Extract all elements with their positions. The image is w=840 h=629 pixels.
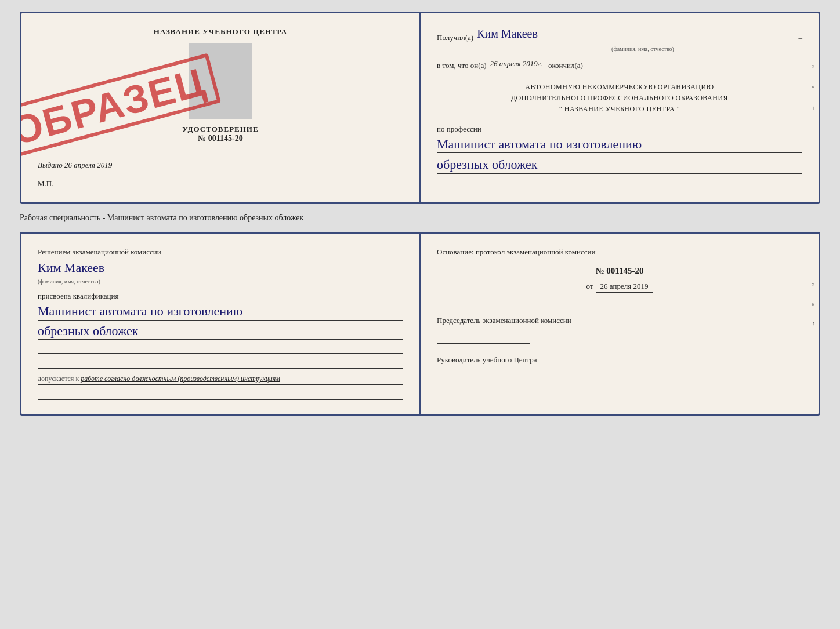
- bottom-name-handwritten: Ким Макеев: [38, 260, 403, 275]
- resheniem-label: Решением экзаменационной комиссии: [38, 248, 403, 257]
- bottom-fio-sub: (фамилия, имя, отчество): [38, 277, 403, 285]
- bdec-mark-1: –: [808, 239, 816, 251]
- bdec-mark-3: и: [808, 279, 816, 290]
- fio-subtitle: (фамилия, имя, отчество): [483, 46, 802, 52]
- dopuskaetsya-text: работе согласно должностным (производств…: [81, 375, 280, 383]
- specialty-label: Рабочая специальность - Машинист автомат…: [20, 213, 820, 223]
- qualification-line1: Машинист автомата по изготовлению: [38, 303, 403, 321]
- dec-mark-8: –: [808, 164, 816, 176]
- org-line2: ДОПОЛНИТЕЛЬНОГО ПРОФЕССИОНАЛЬНОГО ОБРАЗО…: [437, 93, 802, 104]
- bdec-mark-8: –: [808, 377, 816, 388]
- protocol-number: № 001145-20: [437, 266, 802, 276]
- dopuskaetsya-prefix: допускается к: [38, 375, 79, 383]
- org-block: АВТОНОМНУЮ НЕКОММЕРЧЕСКУЮ ОРГАНИЗАЦИЮ ДО…: [437, 82, 802, 115]
- po-professii-label: по профессии: [437, 125, 802, 134]
- vydano-date: 26 апреля 2019: [64, 161, 112, 169]
- bottom-underline-blank: [38, 388, 403, 400]
- bottom-document-card: Решением экзаменационной комиссии Ким Ма…: [20, 232, 820, 416]
- ot-date-wrapper: от 26 апреля 2019: [437, 281, 802, 304]
- bdec-mark-9: –: [808, 397, 816, 408]
- dec-mark-9: –: [808, 185, 816, 197]
- right-edge-decorations: – – и а ← – – – –: [808, 19, 816, 197]
- top-right-panel: Получил(а) Ким Макеев – (фамилия, имя, о…: [421, 13, 819, 202]
- predsedatel-label: Председатель экзаменационной комиссии: [437, 316, 802, 325]
- bottom-right-panel: Основание: протокол экзаменационной коми…: [421, 234, 819, 414]
- bdec-mark-5: ←: [808, 318, 816, 330]
- org-line1: АВТОНОМНУЮ НЕКОММЕРЧЕСКУЮ ОРГАНИЗАЦИЮ: [437, 82, 802, 93]
- predsedatel-block: Председатель экзаменационной комиссии: [437, 316, 802, 344]
- udostoverenie-block: УДОСТОВЕРЕНИЕ № 001145-20: [38, 125, 403, 143]
- bdec-mark-4: а: [808, 299, 816, 310]
- top-left-panel: НАЗВАНИЕ УЧЕБНОГО ЦЕНТРА УДОСТОВЕРЕНИЕ №…: [21, 13, 421, 202]
- bdec-mark-7: –: [808, 357, 816, 369]
- vydano-line: Выдано 26 апреля 2019: [38, 161, 403, 170]
- bottom-left-panel: Решением экзаменационной комиссии Ким Ма…: [21, 234, 421, 414]
- dec-mark-4: а: [808, 81, 816, 93]
- dec-mark-7: –: [808, 144, 816, 155]
- dopuskaetsya-line: допускается к работе согласно должностны…: [38, 375, 403, 385]
- top-document-card: НАЗВАНИЕ УЧЕБНОГО ЦЕНТРА УДОСТОВЕРЕНИЕ №…: [20, 12, 820, 204]
- predsedatel-signature-line: [437, 330, 530, 344]
- poluchil-label: Получил(а): [437, 33, 473, 42]
- dec-mark-6: –: [808, 123, 816, 134]
- prisvoena-label: присвоена квалификация: [38, 292, 403, 301]
- okonchil-label: окончил(а): [548, 61, 583, 70]
- ot-prefix: от: [586, 282, 593, 290]
- profession-line2: обрезных обложек: [437, 157, 802, 174]
- ot-date: 26 апреля 2019: [596, 282, 653, 293]
- dec-mark-3: и: [808, 61, 816, 72]
- rukovoditel-block: Руководитель учебного Центра: [437, 355, 802, 383]
- dec-mark-2: –: [808, 40, 816, 52]
- recipient-name: Ким Макеев: [477, 27, 795, 42]
- dash-after-name: –: [799, 33, 803, 42]
- photo-placeholder: [189, 43, 252, 119]
- mp-line: М.П.: [38, 179, 403, 188]
- org-line3: " НАЗВАНИЕ УЧЕБНОГО ЦЕНТРА ": [437, 104, 802, 115]
- udostoverenie-number: № 001145-20: [38, 134, 403, 143]
- osnovanie-label: Основание: протокол экзаменационной коми…: [437, 248, 802, 257]
- bdec-mark-6: –: [808, 337, 816, 349]
- rukovoditel-label: Руководитель учебного Центра: [437, 355, 802, 365]
- vtom-row: в том, что он(а) 26 апреля 2019г. окончи…: [437, 59, 802, 70]
- vtom-label: в том, что он(а): [437, 61, 487, 70]
- vydano-prefix: Выдано: [38, 161, 63, 169]
- blank-line-2: [38, 357, 403, 369]
- qualification-line2: обрезных обложек: [38, 323, 403, 340]
- profession-line1: Машинист автомата по изготовлению: [437, 136, 802, 154]
- obrazec-stamp: ОБРАЗЕЦ: [26, 32, 191, 180]
- dec-mark-1: –: [808, 19, 816, 31]
- bdec-mark-2: –: [808, 259, 816, 271]
- poluchil-row: Получил(а) Ким Макеев –: [437, 27, 802, 42]
- blank-line-1: [38, 342, 403, 354]
- bottom-right-edge-decorations: – – и а ← – – – –: [808, 239, 816, 408]
- dec-mark-5: ←: [808, 102, 816, 114]
- vtom-date: 26 апреля 2019г.: [490, 59, 545, 70]
- rukovoditel-signature-line: [437, 369, 530, 383]
- udostoverenie-label: УДОСТОВЕРЕНИЕ: [38, 125, 403, 134]
- top-left-title: НАЗВАНИЕ УЧЕБНОГО ЦЕНТРА: [38, 27, 403, 37]
